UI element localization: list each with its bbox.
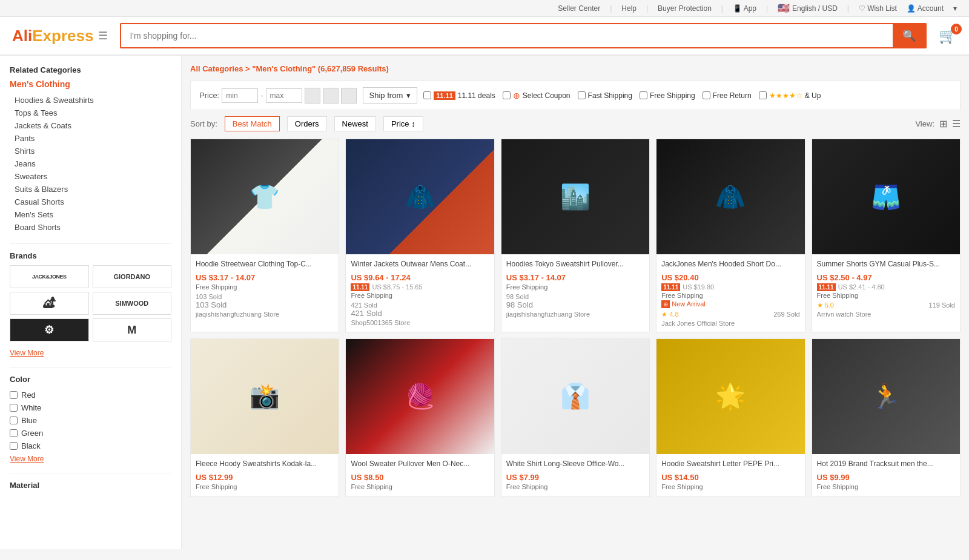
sidebar-sub-cat-shirts[interactable]: Shirts (10, 145, 171, 157)
sidebar-sub-cat-tops-&-tees[interactable]: Tops & Tees (10, 107, 171, 119)
color-item-black[interactable]: Black (10, 440, 171, 452)
ship-from-chevron-icon: ▾ (406, 91, 411, 100)
free-return-checkbox[interactable] (703, 91, 710, 99)
main-layout: Related Categories Men's Clothing Hoodie… (0, 56, 969, 549)
sidebar-sub-cat-board-shorts[interactable]: Board Shorts (10, 221, 171, 234)
product-info: Fleece Hoody Sweatshirts Kodak-la... US … (191, 454, 339, 496)
free-return-filter[interactable]: Free Return (703, 91, 752, 100)
language-selector[interactable]: English / USD (792, 4, 838, 13)
color-checkbox-blue[interactable] (10, 417, 18, 424)
product-card[interactable]: 🏃 Hot 2019 Brand Tracksuit men the... US… (812, 338, 961, 497)
color-checkbox-red[interactable] (10, 391, 18, 399)
product-shipping: Free Shipping (817, 483, 955, 490)
product-card[interactable]: 🩳 Summer Shorts GYM Casual Plus-S... US … (812, 139, 961, 332)
product-meta: 421 Sold (351, 301, 489, 309)
fast-shipping-filter[interactable]: Fast Shipping (578, 91, 632, 100)
product-card[interactable]: 📸 Fleece Hoody Sweatshirts Kodak-la... U… (190, 338, 339, 497)
product-image: 🏙️ (501, 139, 649, 254)
product-price: US $12.99 (196, 473, 334, 482)
app-link[interactable]: 📱 App (733, 4, 756, 13)
sidebar-sub-cat-pants[interactable]: Pants (10, 132, 171, 145)
sidebar-sub-cat-hoodies-&-sweatshirts[interactable]: Hoodies & Sweatshirts (10, 94, 171, 107)
product-card[interactable]: 🧥 JackJones Men's Hooded Short Do... US … (656, 139, 805, 332)
price-label: Price: (199, 91, 219, 100)
product-card[interactable]: 🧶 Wool Sweater Pullover Men O-Nec... US … (345, 338, 494, 497)
hamburger-menu-icon[interactable]: ☰ (98, 29, 108, 42)
seller-center-link[interactable]: Seller Center (558, 4, 600, 13)
product-card[interactable]: 🏙️ Hoodies Tokyo Sweatshirt Pullover... … (501, 139, 650, 332)
top-bar: Seller Center | Help | Buyer Protection … (0, 0, 969, 17)
product-image: 🏃 (812, 339, 960, 454)
product-card[interactable]: 👔 White Shirt Long-Sleeve Office-Wo... U… (501, 338, 650, 497)
brand-m[interactable]: M (93, 318, 172, 341)
price-min-input[interactable] (222, 88, 258, 103)
account-link[interactable]: 👤 Account (907, 4, 944, 13)
rating-filter[interactable]: ★★★★☆ & Up (759, 91, 821, 100)
search-button[interactable]: 🔍 (893, 24, 925, 47)
brand-giordano[interactable]: GIORDANO (93, 265, 172, 288)
breadcrumb-all-categories[interactable]: All Categories (190, 64, 243, 73)
sort-best-match[interactable]: Best Match (225, 116, 280, 131)
deals-checkbox[interactable] (423, 91, 431, 99)
price-max-input[interactable] (266, 88, 302, 103)
brand-simwood[interactable]: SIMWOOD (93, 292, 172, 315)
color-checkbox-green[interactable] (10, 429, 18, 437)
material-title: Material (10, 481, 171, 490)
price-btn-2[interactable] (323, 88, 339, 104)
product-card[interactable]: 🧥 Winter Jackets Outwear Mens Coat... US… (345, 139, 494, 332)
list-view-icon[interactable]: ☰ (952, 118, 961, 130)
deals-filter[interactable]: 11.11 11.11 deals (423, 91, 495, 100)
sidebar-sub-cat-suits-&-blazers[interactable]: Suits & Blazers (10, 183, 171, 196)
product-original-price: 11.11US $2.41 - 4.80 (817, 283, 955, 291)
sort-price[interactable]: Price ↕ (383, 116, 423, 131)
brand-jack-jones[interactable]: JACK&JONES (10, 265, 89, 288)
coupon-filter[interactable]: ⊕ Select Coupon (503, 91, 570, 100)
color-checkbox-black[interactable] (10, 442, 18, 450)
product-meta: 103 Sold (196, 293, 334, 300)
sidebar-sub-cat-jackets-&-coats[interactable]: Jackets & Coats (10, 119, 171, 132)
color-item-white[interactable]: White (10, 401, 171, 414)
grid-view-icon[interactable]: ⊞ (939, 118, 947, 130)
ship-from-dropdown[interactable]: Ship from ▾ (363, 87, 418, 104)
product-card[interactable]: 👕 Hoodie Streetwear Clothing Top-C... US… (190, 139, 339, 332)
product-image: 👕 (191, 139, 339, 254)
product-rating: ★ 5.0 (817, 301, 834, 309)
search-input[interactable] (121, 24, 893, 47)
header: AliExpress ☰ 🔍 🛒 0 (0, 17, 969, 56)
view-more-colors[interactable]: View More (10, 455, 44, 463)
color-item-blue[interactable]: Blue (10, 414, 171, 427)
color-checkbox-white[interactable] (10, 404, 18, 412)
colors-list: Red White Blue Green Black (10, 389, 171, 452)
view-more-brands[interactable]: View More (10, 349, 44, 357)
brand-5[interactable]: ⚙ (10, 318, 89, 341)
sort-orders[interactable]: Orders (287, 116, 327, 131)
sidebar-sub-cat-sweaters[interactable]: Sweaters (10, 170, 171, 183)
main-category-label[interactable]: Men's Clothing (10, 79, 171, 89)
price-btn-3[interactable] (341, 88, 357, 104)
product-sold: 269 Sold (773, 311, 799, 318)
price-btn-1[interactable] (305, 88, 320, 104)
product-image: 👔 (501, 339, 649, 454)
sort-newest[interactable]: Newest (334, 116, 376, 131)
logo[interactable]: AliExpress (12, 27, 93, 45)
cart-button[interactable]: 🛒 0 (939, 27, 957, 44)
color-item-green[interactable]: Green (10, 427, 171, 440)
color-item-red[interactable]: Red (10, 389, 171, 401)
sidebar-sub-cat-men's-sets[interactable]: Men's Sets (10, 208, 171, 221)
product-price: US $20.40 (661, 273, 799, 282)
buyer-protection-link[interactable]: Buyer Protection (658, 4, 712, 13)
product-card[interactable]: 🌟 Hoodie Sweatshirt Letter PEPE Pri... U… (656, 338, 805, 497)
help-link[interactable]: Help (621, 4, 637, 13)
fast-shipping-checkbox[interactable] (578, 91, 586, 99)
free-shipping-checkbox[interactable] (640, 91, 647, 99)
coupon-checkbox[interactable] (503, 91, 511, 99)
free-shipping-filter[interactable]: Free Shipping (640, 91, 695, 100)
wish-list-link[interactable]: ♡ Wish List (859, 4, 897, 13)
sidebar: Related Categories Men's Clothing Hoodie… (0, 56, 182, 549)
brand-pioneer-camp[interactable]: 🏕 (10, 292, 89, 315)
color-section: Color Red White Blue Green Black View Mo… (10, 367, 171, 463)
rating-checkbox[interactable] (759, 91, 767, 99)
sidebar-sub-cat-jeans[interactable]: Jeans (10, 157, 171, 170)
sidebar-sub-cat-casual-shorts[interactable]: Casual Shorts (10, 196, 171, 208)
results-count: (6,627,859 Results) (318, 64, 389, 73)
